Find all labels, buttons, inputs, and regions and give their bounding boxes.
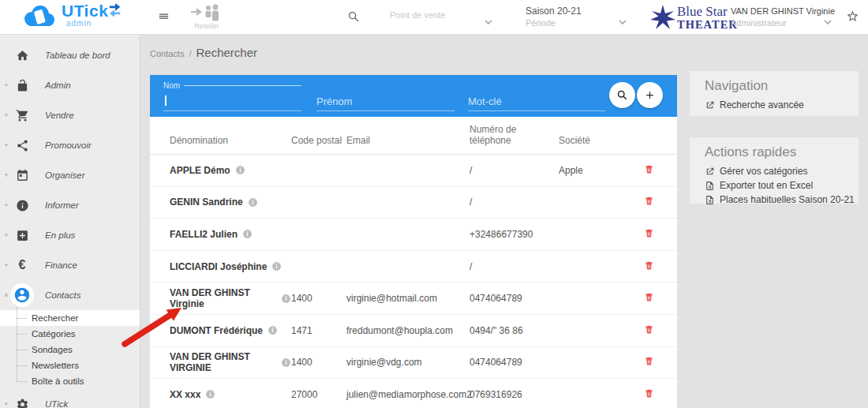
column-header: Société: [559, 135, 644, 146]
row-actions: [644, 356, 672, 369]
user-name: VAN DER GHINST Virginie: [731, 6, 835, 16]
row-actions: [644, 292, 672, 305]
company-cell: Apple: [559, 165, 644, 176]
plus-square-icon: [16, 229, 29, 242]
contact-name-cell: LICCIARDI Joséphine: [170, 261, 291, 272]
table-header-row: DénominationCode postalEmailNuméro de té…: [150, 117, 677, 155]
phone-cell: /: [470, 197, 559, 208]
sidebar-icon-wrap: €: [10, 253, 34, 277]
info-icon[interactable]: [248, 197, 258, 208]
theater-name-line2: THEATER: [677, 19, 738, 31]
contact-name: VAN DER GHINST Virginie: [170, 287, 276, 309]
add-contact-button[interactable]: [637, 82, 663, 108]
panel-link-exporter-tout-en-excel[interactable]: Exporter tout en Excel: [705, 178, 859, 193]
table-row[interactable]: LICCIARDI Joséphine/: [150, 251, 677, 283]
column-header: Email: [346, 135, 470, 146]
motcle-field: [468, 93, 605, 111]
delete-button[interactable]: [644, 324, 654, 335]
sidebar-item-contacts[interactable]: ×Contacts: [0, 280, 140, 310]
code-postal-cell: 1400: [291, 293, 346, 304]
info-icon[interactable]: [242, 229, 253, 239]
table-row[interactable]: GENIN Sandrine/: [150, 187, 677, 219]
sidebar-subitem-rechercher[interactable]: Rechercher: [0, 310, 140, 326]
sidebar-icon-wrap: [10, 283, 34, 307]
panel-link-g-rer-vos-cat-gories[interactable]: Gérer vos catégories: [705, 164, 859, 178]
sidebar-item-vendre[interactable]: +Vendre: [0, 100, 140, 130]
point-de-vente-selector[interactable]: Point de vente: [390, 10, 445, 20]
row-actions: [644, 260, 672, 273]
info-icon[interactable]: [281, 357, 291, 368]
contact-name-cell: GENIN Sandrine: [170, 197, 291, 208]
user-menu[interactable]: VAN DER GHINST Virginie Administrateur: [731, 6, 835, 28]
sidebar-icon-wrap: [10, 392, 34, 408]
logo-arrows-icon: [108, 2, 122, 18]
sidebar-subitem-sondages[interactable]: Sondages: [0, 342, 140, 357]
delete-button[interactable]: [644, 356, 654, 366]
info-icon[interactable]: [205, 389, 215, 399]
table-row[interactable]: XX xxx27000julien@mediamorphose.com20769…: [150, 379, 677, 408]
chevron-down-icon[interactable]: [485, 13, 492, 28]
season-selector[interactable]: Saison 20-21 Période: [526, 6, 582, 28]
table-row[interactable]: APPLE Démo/Apple: [150, 155, 677, 187]
sidebar-item-finance[interactable]: +€Finance: [0, 250, 140, 280]
navigation-title: Navigation: [690, 71, 859, 94]
contact-name-cell: VAN DER GHINST Virginie: [170, 287, 291, 309]
info-icon[interactable]: [281, 294, 291, 304]
panel-link-recherche-avanc-e[interactable]: Recherche avancée: [705, 98, 859, 112]
table-row[interactable]: VAN DER GHINST VIRGINIE1400virginie@vdg.…: [150, 347, 677, 380]
info-icon[interactable]: [268, 325, 278, 335]
sidebar-item-tableau-de-bord[interactable]: Tableau de bord: [0, 40, 140, 70]
delete-button[interactable]: [644, 292, 654, 302]
text-caret: [165, 95, 166, 106]
chevron-down-icon[interactable]: [619, 13, 627, 28]
favorite-star-icon[interactable]: [846, 9, 859, 26]
breadcrumb-parent[interactable]: Contacts: [150, 49, 184, 58]
row-actions: [644, 164, 672, 177]
nom-input[interactable]: [163, 93, 301, 111]
sidebar-item-admin[interactable]: +Admin: [0, 70, 140, 100]
row-actions: [644, 228, 672, 241]
delete-button[interactable]: [644, 260, 654, 271]
info-icon[interactable]: [271, 261, 282, 271]
column-header: Code postal: [291, 135, 346, 146]
panel-link-places-habituelles-saison-20-21[interactable]: Places habituelles Saison 20-21: [705, 193, 859, 207]
delete-button[interactable]: [644, 164, 654, 174]
contact-name: XX xxx: [170, 389, 200, 400]
search-icon[interactable]: [347, 10, 360, 26]
reseller-icon: [189, 4, 224, 21]
cart-icon: [16, 109, 29, 122]
logo-title: UTick: [62, 2, 108, 20]
calendar-icon: [16, 169, 29, 182]
delete-button[interactable]: [644, 196, 654, 206]
info-icon[interactable]: [235, 165, 245, 175]
navigation-card: Navigation Recherche avancée: [690, 71, 859, 116]
motcle-input[interactable]: [468, 93, 605, 111]
sidebar-subitem-newsletters[interactable]: Newsletters: [0, 357, 140, 373]
sidebar-item-en-plus[interactable]: +En plus: [0, 220, 140, 250]
sidebar-item-promouvoir[interactable]: +Promouvoir: [0, 130, 140, 160]
trash-icon: [644, 196, 654, 206]
logo-subtitle: admin: [66, 19, 122, 28]
prenom-input[interactable]: [316, 93, 455, 111]
column-header: Dénomination: [170, 135, 291, 146]
sidebar-item-organiser[interactable]: +Organiser: [0, 160, 140, 190]
delete-button[interactable]: [644, 388, 654, 399]
sidebar-item-utick[interactable]: +UTick: [0, 389, 140, 408]
sidebar-item-informer[interactable]: +Informer: [0, 190, 140, 220]
hamburger-menu-icon[interactable]: [158, 10, 170, 25]
search-submit-button[interactable]: [609, 82, 635, 108]
contact-name: GENIN Sandrine: [170, 197, 243, 208]
table-row[interactable]: VAN DER GHINST Virginie1400virginie@hotm…: [150, 283, 677, 315]
sidebar-subitem-cat-gories[interactable]: Catégories: [0, 326, 140, 342]
trash-icon: [644, 292, 654, 302]
chevron-down-icon[interactable]: [824, 13, 832, 28]
table-row[interactable]: FAELLI2 Julien+32486677390: [150, 219, 677, 251]
phone-cell: 0474064789: [470, 293, 559, 304]
user-role: Administrateur: [731, 18, 835, 28]
home-icon: [16, 49, 29, 62]
table-row[interactable]: DUMONT Frédérique1471freddumont@houpla.c…: [150, 315, 677, 347]
delete-button[interactable]: [644, 228, 654, 238]
reseller-button[interactable]: Reseller: [186, 4, 227, 30]
sidebar-subitem-bo-te-outils[interactable]: Boîte à outils: [0, 373, 140, 389]
sidebar-item-label: Contacts: [45, 290, 80, 300]
